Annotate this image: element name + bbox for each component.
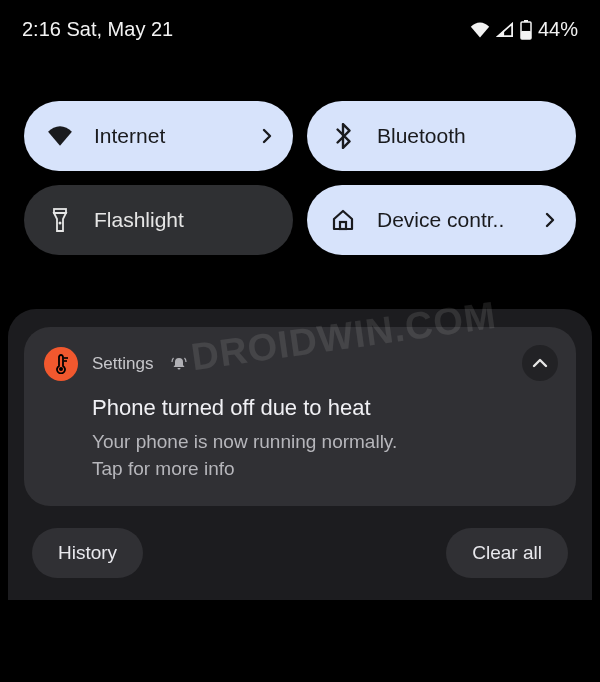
notification-app-name: Settings (92, 354, 153, 374)
svg-rect-5 (340, 222, 346, 229)
clear-all-button[interactable]: Clear all (446, 528, 568, 578)
notification-actions: History Clear all (24, 506, 576, 578)
notification-panel: Settings Phone turned off due to heat Yo… (8, 309, 592, 600)
collapse-button[interactable] (522, 345, 558, 381)
notification-body: Your phone is now running normally. Tap … (92, 429, 556, 482)
flashlight-icon (46, 207, 74, 233)
qs-tile-label: Device contr.. (377, 208, 540, 232)
notification-body-line: Your phone is now running normally. (92, 429, 556, 456)
cellular-icon (496, 22, 514, 38)
bell-ring-icon (171, 356, 187, 372)
qs-tile-internet[interactable]: Internet (24, 101, 293, 171)
notification-card[interactable]: Settings Phone turned off due to heat Yo… (24, 327, 576, 506)
svg-rect-2 (521, 31, 531, 39)
chevron-right-icon (257, 128, 277, 144)
notification-title: Phone turned off due to heat (92, 395, 556, 421)
qs-tile-label: Internet (94, 124, 257, 148)
qs-tile-device-controls[interactable]: Device contr.. (307, 185, 576, 255)
wifi-icon (46, 126, 74, 146)
chevron-up-icon (532, 358, 548, 368)
history-button[interactable]: History (32, 528, 143, 578)
chevron-right-icon (540, 212, 560, 228)
wifi-icon (470, 22, 490, 38)
home-icon (329, 209, 357, 231)
status-time-date: 2:16 Sat, May 21 (22, 18, 173, 41)
quick-settings-grid: Internet Bluetooth Flashlight Device con… (0, 51, 600, 275)
notification-header: Settings (44, 347, 556, 381)
qs-tile-bluetooth[interactable]: Bluetooth (307, 101, 576, 171)
bluetooth-icon (329, 123, 357, 149)
status-bar: 2:16 Sat, May 21 44% (0, 0, 600, 51)
status-right: 44% (470, 18, 578, 41)
battery-percent: 44% (538, 18, 578, 41)
battery-icon (520, 20, 532, 40)
qs-tile-label: Flashlight (94, 208, 277, 232)
thermometer-icon (44, 347, 78, 381)
svg-point-4 (59, 222, 62, 225)
notification-body-line: Tap for more info (92, 456, 556, 483)
qs-tile-flashlight[interactable]: Flashlight (24, 185, 293, 255)
svg-point-6 (59, 367, 63, 371)
qs-tile-label: Bluetooth (377, 124, 560, 148)
